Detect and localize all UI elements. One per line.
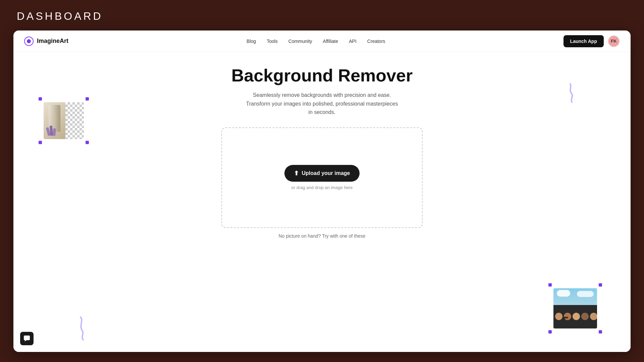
nav-community[interactable]: Community — [288, 39, 312, 44]
upload-button-label: Upload your image — [302, 170, 350, 176]
deco-squiggle-top — [550, 79, 577, 107]
nav-actions: Launch App FK — [564, 35, 620, 47]
logo-text: ImagineArt — [37, 38, 68, 45]
dashboard-title: DASHBOARD — [13, 10, 631, 22]
handle-tr-right — [599, 283, 602, 287]
chat-svg — [23, 335, 31, 342]
browser-window: ImagineArt Blog Tools Community Affiliat… — [13, 31, 631, 352]
launch-app-button[interactable]: Launch App — [564, 35, 604, 47]
svg-rect-2 — [24, 336, 30, 340]
drag-drop-hint: or drag and drop an image here — [291, 185, 353, 190]
handle-tl-left — [39, 97, 42, 101]
nav-api[interactable]: API — [349, 39, 357, 44]
nav-links: Blog Tools Community Affiliate API Creat… — [247, 39, 385, 44]
avatar[interactable]: FK — [608, 35, 620, 47]
deco-squiggle-bottom — [74, 314, 101, 342]
handle-bl-right — [548, 330, 552, 334]
nav-blog[interactable]: Blog — [247, 39, 256, 44]
page-subtitle: Seamlessly remove backgrounds with preci… — [246, 91, 398, 117]
handle-tr-left — [86, 97, 89, 101]
nav-creators[interactable]: Creators — [367, 39, 385, 44]
upload-icon: ⬆ — [294, 170, 299, 177]
nav-tools[interactable]: Tools — [267, 39, 278, 44]
no-picture-hint: No picture on hand? Try with one of thes… — [278, 233, 365, 239]
chat-icon[interactable] — [20, 332, 34, 345]
svg-marker-3 — [24, 340, 26, 342]
logo-link[interactable]: ImagineArt — [24, 37, 68, 46]
deco-image-left — [40, 99, 87, 142]
handle-br-left — [86, 141, 89, 144]
handle-tl-right — [548, 283, 552, 287]
nav-affiliate[interactable]: Affiliate — [323, 39, 338, 44]
page-title: Background Remover — [231, 65, 413, 85]
upload-drop-zone[interactable]: ⬆ Upload your image or drag and drop an … — [221, 127, 423, 228]
deco-image-right — [550, 285, 600, 332]
handle-br-right — [599, 330, 602, 334]
upload-button[interactable]: ⬆ Upload your image — [284, 165, 359, 182]
logo-icon — [24, 37, 34, 46]
svg-point-1 — [27, 39, 31, 43]
handle-bl-left — [39, 141, 42, 144]
main-content: Background Remover Seamlessly remove bac… — [13, 52, 631, 352]
navbar: ImagineArt Blog Tools Community Affiliat… — [13, 31, 631, 52]
